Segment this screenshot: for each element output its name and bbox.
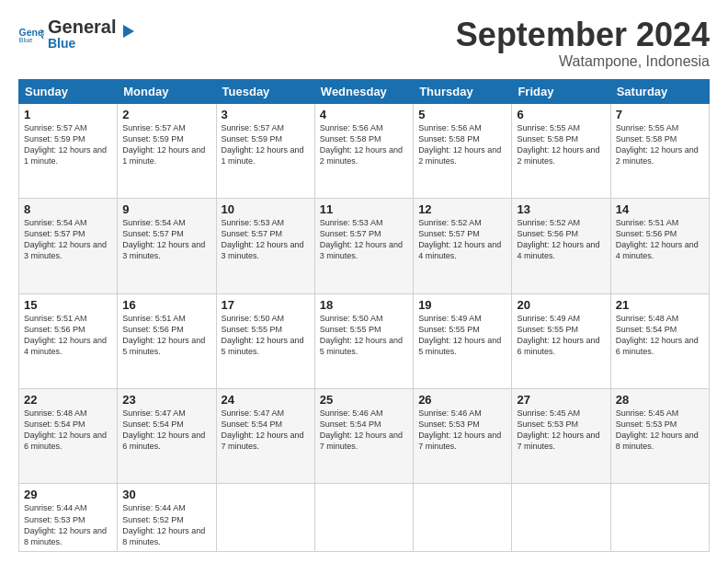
day-info: Sunrise: 5:46 AM Sunset: 5:53 PM Dayligh… (418, 408, 506, 453)
day-number: 28 (616, 393, 704, 407)
logo-blue: Blue (48, 37, 116, 50)
calendar-cell: 14 Sunrise: 5:51 AM Sunset: 5:56 PM Dayl… (610, 199, 709, 293)
day-number: 21 (616, 298, 704, 312)
day-number: 17 (222, 298, 310, 312)
day-number: 11 (320, 202, 408, 216)
calendar-title: September 2024 (456, 17, 710, 53)
calendar-cell: 5 Sunrise: 5:56 AM Sunset: 5:58 PM Dayli… (414, 103, 512, 198)
logo-arrow-icon (118, 21, 138, 41)
calendar-cell (414, 484, 512, 552)
calendar-header-wednesday: Wednesday (314, 79, 413, 103)
calendar-cell: 23 Sunrise: 5:47 AM Sunset: 5:54 PM Dayl… (118, 388, 216, 483)
day-info: Sunrise: 5:51 AM Sunset: 5:56 PM Dayligh… (122, 313, 210, 358)
day-info: Sunrise: 5:44 AM Sunset: 5:53 PM Dayligh… (24, 502, 112, 547)
calendar-cell: 1 Sunrise: 5:57 AM Sunset: 5:59 PM Dayli… (19, 103, 118, 198)
calendar-cell: 6 Sunrise: 5:55 AM Sunset: 5:58 PM Dayli… (512, 103, 610, 198)
page: General Blue General Blue September 2024… (0, 0, 728, 563)
logo-icon: General Blue (18, 26, 44, 42)
day-info: Sunrise: 5:46 AM Sunset: 5:54 PM Dayligh… (320, 408, 408, 453)
day-info: Sunrise: 5:45 AM Sunset: 5:53 PM Dayligh… (616, 408, 704, 453)
calendar-header-monday: Monday (118, 79, 216, 103)
calendar-cell: 26 Sunrise: 5:46 AM Sunset: 5:53 PM Dayl… (414, 388, 512, 483)
calendar-cell: 29 Sunrise: 5:44 AM Sunset: 5:53 PM Dayl… (19, 484, 118, 552)
calendar-header-friday: Friday (512, 79, 610, 103)
day-info: Sunrise: 5:57 AM Sunset: 5:59 PM Dayligh… (222, 122, 310, 167)
day-number: 20 (517, 298, 605, 312)
day-info: Sunrise: 5:56 AM Sunset: 5:58 PM Dayligh… (320, 122, 408, 167)
calendar-subtitle: Watampone, Indonesia (456, 53, 710, 70)
day-number: 27 (517, 393, 605, 407)
day-info: Sunrise: 5:57 AM Sunset: 5:59 PM Dayligh… (122, 122, 210, 167)
day-info: Sunrise: 5:56 AM Sunset: 5:58 PM Dayligh… (418, 122, 506, 167)
day-number: 8 (24, 202, 112, 216)
calendar-cell: 22 Sunrise: 5:48 AM Sunset: 5:54 PM Dayl… (19, 388, 118, 483)
day-number: 6 (517, 108, 605, 121)
day-number: 9 (122, 202, 210, 216)
calendar-header-saturday: Saturday (610, 79, 709, 103)
calendar-cell: 15 Sunrise: 5:51 AM Sunset: 5:56 PM Dayl… (19, 293, 118, 388)
calendar-week-5: 29 Sunrise: 5:44 AM Sunset: 5:53 PM Dayl… (19, 484, 710, 552)
calendar-cell: 4 Sunrise: 5:56 AM Sunset: 5:58 PM Dayli… (314, 103, 413, 198)
day-number: 14 (616, 202, 704, 216)
day-number: 15 (24, 298, 112, 312)
title-block: September 2024 Watampone, Indonesia (456, 17, 710, 70)
day-info: Sunrise: 5:51 AM Sunset: 5:56 PM Dayligh… (616, 217, 704, 262)
calendar-cell: 12 Sunrise: 5:52 AM Sunset: 5:57 PM Dayl… (414, 199, 512, 293)
day-info: Sunrise: 5:50 AM Sunset: 5:55 PM Dayligh… (320, 313, 408, 358)
day-info: Sunrise: 5:57 AM Sunset: 5:59 PM Dayligh… (24, 122, 112, 167)
day-info: Sunrise: 5:48 AM Sunset: 5:54 PM Dayligh… (24, 408, 112, 453)
calendar-cell: 21 Sunrise: 5:48 AM Sunset: 5:54 PM Dayl… (610, 293, 709, 388)
day-info: Sunrise: 5:48 AM Sunset: 5:54 PM Dayligh… (616, 313, 704, 358)
day-info: Sunrise: 5:47 AM Sunset: 5:54 PM Dayligh… (222, 408, 310, 453)
day-info: Sunrise: 5:52 AM Sunset: 5:57 PM Dayligh… (418, 217, 506, 262)
calendar-cell (216, 484, 314, 552)
day-number: 19 (418, 298, 506, 312)
day-number: 13 (517, 202, 605, 216)
calendar-week-2: 8 Sunrise: 5:54 AM Sunset: 5:57 PM Dayli… (19, 199, 710, 293)
day-info: Sunrise: 5:52 AM Sunset: 5:56 PM Dayligh… (517, 217, 605, 262)
day-number: 3 (222, 108, 310, 121)
calendar-cell: 13 Sunrise: 5:52 AM Sunset: 5:56 PM Dayl… (512, 199, 610, 293)
calendar-cell: 3 Sunrise: 5:57 AM Sunset: 5:59 PM Dayli… (216, 103, 314, 198)
day-number: 22 (24, 393, 112, 407)
calendar-cell: 16 Sunrise: 5:51 AM Sunset: 5:56 PM Dayl… (118, 293, 216, 388)
calendar-header-thursday: Thursday (414, 79, 512, 103)
calendar-header-tuesday: Tuesday (216, 79, 314, 103)
calendar-cell: 17 Sunrise: 5:50 AM Sunset: 5:55 PM Dayl… (216, 293, 314, 388)
calendar-cell: 30 Sunrise: 5:44 AM Sunset: 5:52 PM Dayl… (118, 484, 216, 552)
logo-general: General (48, 17, 116, 37)
calendar-cell: 2 Sunrise: 5:57 AM Sunset: 5:59 PM Dayli… (118, 103, 216, 198)
day-info: Sunrise: 5:55 AM Sunset: 5:58 PM Dayligh… (616, 122, 704, 167)
day-info: Sunrise: 5:54 AM Sunset: 5:57 PM Dayligh… (24, 217, 112, 262)
day-info: Sunrise: 5:49 AM Sunset: 5:55 PM Dayligh… (517, 313, 605, 358)
calendar-table: SundayMondayTuesdayWednesdayThursdayFrid… (18, 79, 710, 552)
day-number: 16 (122, 298, 210, 312)
day-number: 7 (616, 108, 704, 121)
calendar-cell (610, 484, 709, 552)
calendar-cell: 20 Sunrise: 5:49 AM Sunset: 5:55 PM Dayl… (512, 293, 610, 388)
calendar-week-4: 22 Sunrise: 5:48 AM Sunset: 5:54 PM Dayl… (19, 388, 710, 483)
day-number: 2 (122, 108, 210, 121)
day-number: 26 (418, 393, 506, 407)
calendar-cell (314, 484, 413, 552)
calendar-cell: 19 Sunrise: 5:49 AM Sunset: 5:55 PM Dayl… (414, 293, 512, 388)
day-info: Sunrise: 5:55 AM Sunset: 5:58 PM Dayligh… (517, 122, 605, 167)
calendar-cell: 25 Sunrise: 5:46 AM Sunset: 5:54 PM Dayl… (314, 388, 413, 483)
day-info: Sunrise: 5:53 AM Sunset: 5:57 PM Dayligh… (320, 217, 408, 262)
calendar-header-sunday: Sunday (19, 79, 118, 103)
day-number: 25 (320, 393, 408, 407)
day-number: 30 (122, 488, 210, 501)
calendar-cell (512, 484, 610, 552)
day-number: 10 (222, 202, 310, 216)
calendar-cell: 10 Sunrise: 5:53 AM Sunset: 5:57 PM Dayl… (216, 199, 314, 293)
calendar-week-1: 1 Sunrise: 5:57 AM Sunset: 5:59 PM Dayli… (19, 103, 710, 198)
day-number: 1 (24, 108, 112, 121)
day-info: Sunrise: 5:54 AM Sunset: 5:57 PM Dayligh… (122, 217, 210, 262)
svg-text:Blue: Blue (19, 36, 33, 42)
day-number: 4 (320, 108, 408, 121)
day-number: 5 (418, 108, 506, 121)
day-number: 12 (418, 202, 506, 216)
day-info: Sunrise: 5:53 AM Sunset: 5:57 PM Dayligh… (222, 217, 310, 262)
calendar-cell: 28 Sunrise: 5:45 AM Sunset: 5:53 PM Dayl… (610, 388, 709, 483)
calendar-cell: 24 Sunrise: 5:47 AM Sunset: 5:54 PM Dayl… (216, 388, 314, 483)
